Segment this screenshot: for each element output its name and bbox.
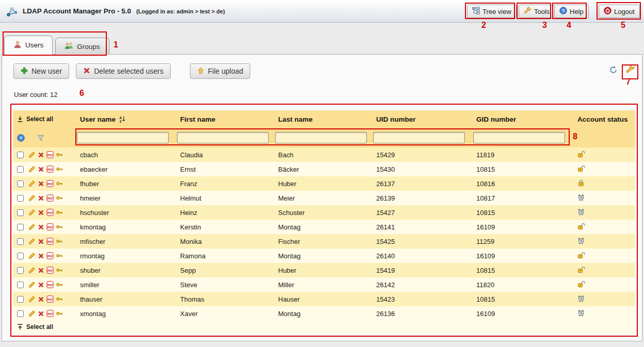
filter-input-gid-number[interactable] — [473, 132, 565, 143]
delete-icon[interactable] — [38, 282, 44, 288]
edit-icon[interactable] — [28, 281, 36, 288]
help-button[interactable]: ? Help — [554, 5, 589, 18]
row-checkbox[interactable] — [17, 166, 24, 173]
delete-icon[interactable] — [38, 152, 44, 158]
edit-icon[interactable] — [28, 223, 36, 230]
pdf-icon[interactable]: PDF — [46, 151, 54, 158]
column-last-name[interactable]: Last name — [274, 110, 372, 128]
logout-button[interactable]: Logout — [599, 5, 640, 18]
password-key-icon[interactable] — [56, 310, 63, 317]
plus-icon — [21, 67, 28, 76]
cell-user-name[interactable]: shuber — [76, 263, 176, 277]
cell-user-name[interactable]: hmeier — [76, 191, 176, 205]
delete-icon[interactable] — [38, 180, 44, 187]
pdf-icon[interactable]: PDF — [46, 209, 54, 216]
filter-input-user-name[interactable] — [77, 132, 169, 143]
row-checkbox[interactable] — [17, 238, 24, 245]
tree-view-button[interactable]: Tree view — [467, 5, 517, 18]
row-checkbox[interactable] — [17, 253, 24, 259]
row-checkbox[interactable] — [17, 209, 24, 216]
edit-icon[interactable] — [28, 238, 36, 245]
cell-user-name[interactable]: xmontag — [76, 306, 176, 321]
pdf-icon[interactable]: PDF — [46, 223, 54, 230]
edit-icon[interactable] — [28, 180, 36, 187]
password-key-icon[interactable] — [56, 295, 63, 303]
column-first-name[interactable]: First name — [176, 110, 274, 128]
sort-az-icon[interactable]: AZ — [119, 115, 126, 123]
row-checkbox[interactable] — [17, 296, 24, 303]
delete-icon[interactable] — [38, 224, 44, 230]
delete-icon[interactable] — [38, 195, 44, 202]
password-key-icon[interactable] — [56, 151, 63, 158]
row-checkbox[interactable] — [17, 267, 24, 274]
password-key-icon[interactable] — [56, 267, 63, 274]
password-key-icon[interactable] — [56, 166, 63, 173]
tab-groups[interactable]: Groups — [55, 38, 109, 55]
edit-icon[interactable] — [28, 194, 36, 202]
edit-icon[interactable] — [28, 310, 36, 317]
row-checkbox[interactable] — [17, 180, 24, 187]
filter-help-icon[interactable]: ? — [17, 134, 25, 142]
filter-input-first-name[interactable] — [177, 132, 269, 143]
cell-user-name[interactable]: hschuster — [76, 205, 176, 220]
cell-user-name[interactable]: ebaecker — [76, 162, 176, 176]
cell-user-name[interactable]: smiller — [76, 277, 176, 292]
pdf-icon[interactable]: PDF — [46, 295, 54, 303]
password-key-icon[interactable] — [56, 180, 63, 187]
tab-users[interactable]: Users — [4, 36, 53, 55]
column-user-name[interactable]: User name AZ — [76, 110, 176, 128]
pdf-icon[interactable]: PDF — [46, 194, 54, 202]
edit-icon[interactable] — [28, 267, 36, 274]
row-checkbox[interactable] — [17, 152, 24, 158]
delete-icon[interactable] — [38, 310, 44, 317]
file-upload-button[interactable]: File upload — [190, 63, 251, 79]
pdf-icon[interactable]: PDF — [46, 310, 54, 317]
row-checkbox[interactable] — [17, 224, 24, 230]
pdf-icon[interactable]: PDF — [46, 267, 54, 274]
edit-icon[interactable] — [28, 295, 36, 303]
delete-icon[interactable] — [38, 209, 44, 216]
cell-user-name[interactable]: mfischer — [76, 234, 176, 249]
filter-funnel-icon[interactable] — [37, 135, 44, 141]
select-all-top[interactable]: Select all — [13, 110, 76, 128]
new-user-button[interactable]: New user — [13, 63, 69, 79]
row-checkbox[interactable] — [17, 282, 24, 288]
row-checkbox[interactable] — [17, 310, 24, 317]
cell-user-name[interactable]: kmontag — [76, 220, 176, 234]
cell-uid-number: 15419 — [372, 263, 472, 277]
delete-icon[interactable] — [38, 166, 44, 173]
password-key-icon[interactable] — [56, 252, 63, 259]
settings-button[interactable] — [625, 64, 635, 74]
column-uid-number[interactable]: UID number — [372, 110, 472, 128]
edit-icon[interactable] — [28, 151, 36, 158]
filter-input-last-name[interactable] — [275, 132, 367, 143]
delete-icon[interactable] — [38, 238, 44, 245]
refresh-button[interactable] — [609, 65, 618, 74]
password-key-icon[interactable] — [56, 238, 63, 245]
select-all-bottom[interactable]: Select all — [17, 323, 53, 331]
cell-user-name[interactable]: thauser — [76, 292, 176, 306]
pdf-icon[interactable]: PDF — [46, 281, 54, 288]
edit-icon[interactable] — [28, 166, 36, 173]
pdf-icon[interactable]: PDF — [46, 180, 54, 187]
pdf-icon[interactable]: PDF — [46, 252, 54, 259]
delete-icon[interactable] — [38, 296, 44, 303]
password-key-icon[interactable] — [56, 281, 63, 288]
row-checkbox[interactable] — [17, 195, 24, 202]
cell-user-name[interactable]: fhuber — [76, 176, 176, 191]
column-gid-number[interactable]: GID number — [472, 110, 573, 128]
cell-user-name[interactable]: rmontag — [76, 249, 176, 263]
delete-selected-users-button[interactable]: Delete selected users — [76, 63, 171, 79]
filter-input-uid-number[interactable] — [373, 132, 465, 143]
password-key-icon[interactable] — [56, 194, 63, 202]
tools-button[interactable]: Tools — [519, 5, 555, 18]
edit-icon[interactable] — [28, 209, 36, 216]
edit-icon[interactable] — [28, 252, 36, 259]
pdf-icon[interactable]: PDF — [46, 166, 54, 173]
password-key-icon[interactable] — [56, 209, 63, 216]
pdf-icon[interactable]: PDF — [46, 238, 54, 245]
cell-user-name[interactable]: cbach — [76, 147, 176, 162]
delete-icon[interactable] — [38, 267, 44, 274]
password-key-icon[interactable] — [56, 223, 63, 230]
delete-icon[interactable] — [38, 253, 44, 259]
